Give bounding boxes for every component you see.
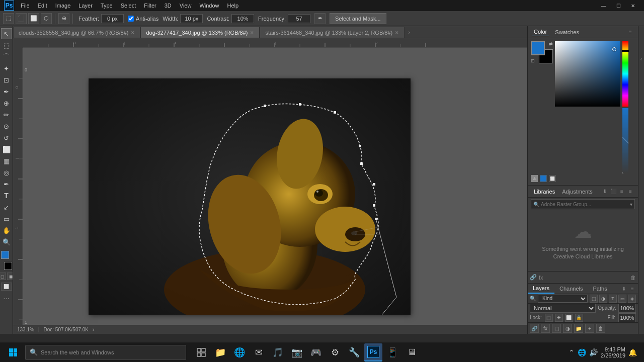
- marquee-tool-btn[interactable]: ⬚: [1, 40, 12, 51]
- feather-input[interactable]: [101, 14, 124, 23]
- quick-select-btn[interactable]: ✦: [1, 63, 12, 74]
- lib-menu-btn[interactable]: ≡: [627, 188, 634, 195]
- antialias-checkbox[interactable]: [128, 16, 134, 22]
- move-tool-btn[interactable]: ↖: [1, 28, 12, 39]
- layers-panel-download-btn[interactable]: ⬇: [620, 285, 627, 292]
- taskbar-mobile[interactable]: 📱: [383, 343, 401, 361]
- tab-collapse-btn[interactable]: ›: [405, 27, 414, 38]
- lib-fx-icon[interactable]: fx: [539, 275, 543, 281]
- eyedropper-btn[interactable]: ✒: [1, 86, 12, 97]
- menu-layer[interactable]: Layer: [75, 2, 96, 10]
- menu-help[interactable]: Help: [224, 2, 243, 10]
- web-color-swatch[interactable]: [540, 175, 547, 182]
- normal-mode-btn[interactable]: ◻: [0, 273, 6, 280]
- filter-shape-btn[interactable]: ▭: [618, 295, 626, 303]
- paths-tab[interactable]: Paths: [588, 284, 612, 293]
- lib-download-btn[interactable]: ⬇: [601, 188, 608, 195]
- crop-tool-btn[interactable]: ⊡: [1, 74, 12, 85]
- layer-delete-btn[interactable]: 🗑: [596, 324, 605, 333]
- width-input[interactable]: [180, 14, 203, 23]
- history-btn[interactable]: ↺: [1, 132, 12, 143]
- lock-all-btn[interactable]: 🔒: [575, 314, 583, 322]
- swatches-tab[interactable]: Swatches: [553, 28, 581, 36]
- lib-link-icon[interactable]: 🔗: [530, 274, 537, 281]
- tab-dog[interactable]: dog-3277417_340.jpg @ 133% (RGB/8#) ✕: [140, 27, 260, 38]
- tool-icon-2[interactable]: ⬛: [16, 13, 27, 24]
- screen-mode-btn[interactable]: ⬜: [1, 283, 12, 291]
- taskbar-photoshop[interactable]: Ps: [364, 343, 382, 361]
- stylus-icon[interactable]: ✒: [314, 13, 326, 24]
- tab-dog-close[interactable]: ✕: [250, 30, 254, 35]
- taskbar-search[interactable]: 🔍 Search the web and Windows: [25, 345, 186, 360]
- lib-trash-icon[interactable]: 🗑: [630, 275, 636, 281]
- lock-pixel-btn[interactable]: ⬚: [545, 314, 553, 322]
- brush-btn[interactable]: ✏: [1, 109, 12, 120]
- opacity-input[interactable]: [618, 304, 636, 313]
- filter-type-btn[interactable]: T: [609, 295, 617, 303]
- layer-fx-btn[interactable]: fx: [541, 324, 550, 333]
- tool-icon-4[interactable]: ⬡: [41, 13, 52, 24]
- taskbar-settings[interactable]: ⚙: [326, 343, 344, 361]
- menu-edit[interactable]: Edit: [34, 2, 51, 10]
- taskbar-photos[interactable]: 📷: [288, 343, 306, 361]
- layers-tab[interactable]: Layers: [528, 284, 554, 294]
- color-spectrum[interactable]: [555, 41, 620, 107]
- contrast-input[interactable]: [231, 14, 254, 23]
- layers-panel-menu-btn[interactable]: ≡: [629, 285, 636, 292]
- type-btn[interactable]: T: [1, 190, 12, 201]
- adjustments-tab[interactable]: Adjustments: [560, 188, 595, 196]
- foreground-color-swatch[interactable]: [1, 251, 9, 259]
- gamut-warning-icon[interactable]: ⚠: [531, 175, 538, 182]
- close-button[interactable]: ✕: [626, 0, 640, 11]
- hand-btn[interactable]: ✋: [1, 225, 12, 236]
- zoom-btn[interactable]: 🔍: [1, 236, 12, 247]
- taskbar-clock[interactable]: 9:43 PM 2/26/2019: [601, 346, 625, 358]
- color-tab[interactable]: Color: [532, 28, 549, 36]
- tab-clouds[interactable]: clouds-3526558_340.jpg @ 66.7% (RGB/8#) …: [13, 27, 140, 38]
- tab-clouds-close[interactable]: ✕: [131, 30, 135, 35]
- tab-stairs-close[interactable]: ✕: [395, 30, 399, 35]
- menu-filter[interactable]: Filter: [140, 2, 159, 10]
- taskbar-network-icon[interactable]: 🌐: [578, 348, 586, 356]
- minimize-button[interactable]: —: [597, 0, 611, 11]
- swap-colors-btn[interactable]: ⇄: [549, 41, 553, 46]
- menu-file[interactable]: File: [17, 2, 33, 10]
- libraries-tab[interactable]: Libraries: [532, 188, 557, 196]
- stamp-btn[interactable]: ⊙: [1, 121, 12, 132]
- status-arrow[interactable]: ›: [93, 327, 94, 332]
- lock-position-btn[interactable]: ✚: [555, 314, 563, 322]
- dodge-btn[interactable]: ◎: [1, 167, 12, 178]
- tool-icon-5[interactable]: ⊕: [58, 13, 69, 24]
- layer-link-btn[interactable]: 🔗: [530, 324, 539, 333]
- lib-list-view-btn[interactable]: ≡: [618, 188, 625, 195]
- menu-3d[interactable]: 3D: [161, 2, 175, 10]
- layer-kind-select[interactable]: Kind: [538, 295, 588, 303]
- menu-select[interactable]: Select: [117, 2, 140, 10]
- filter-adjust-btn[interactable]: ◑: [599, 295, 607, 303]
- taskbar-dev[interactable]: 🔧: [345, 343, 363, 361]
- healing-btn[interactable]: ⊕: [1, 98, 12, 109]
- path-selection-btn[interactable]: ↙: [1, 202, 12, 213]
- layer-mask-btn[interactable]: ⬚: [552, 324, 561, 333]
- menu-window[interactable]: Window: [196, 2, 222, 10]
- pen-btn[interactable]: ✒: [1, 178, 12, 190]
- blend-mode-select[interactable]: Normal Multiply Screen Overlay: [530, 304, 596, 313]
- quick-mask-btn[interactable]: ◼: [7, 273, 14, 280]
- channels-tab[interactable]: Channels: [554, 284, 588, 293]
- taskbar-edge[interactable]: 🌐: [230, 343, 249, 361]
- layer-adjustment-btn[interactable]: ◑: [563, 324, 572, 333]
- background-color-swatch[interactable]: [4, 262, 12, 270]
- color-panel-menu-btn[interactable]: ≡: [627, 29, 634, 36]
- menu-view[interactable]: View: [176, 2, 195, 10]
- canvas-image[interactable]: ✂: [89, 78, 411, 315]
- taskbar-music[interactable]: 🎵: [269, 343, 287, 361]
- lib-grid-view-btn[interactable]: ⬛: [610, 188, 617, 195]
- more-tools-btn[interactable]: …: [1, 291, 12, 302]
- menu-image[interactable]: Image: [52, 2, 74, 10]
- opacity-strip[interactable]: [622, 108, 628, 173]
- only-web-colors-btn[interactable]: ⬜: [549, 175, 556, 182]
- tab-stairs[interactable]: stairs-3614468_340.jpg @ 133% (Layer 2, …: [260, 27, 405, 38]
- maximize-button[interactable]: ☐: [611, 0, 625, 11]
- frequency-input[interactable]: [288, 14, 310, 23]
- lasso-tool-btn[interactable]: ⌒: [1, 51, 12, 62]
